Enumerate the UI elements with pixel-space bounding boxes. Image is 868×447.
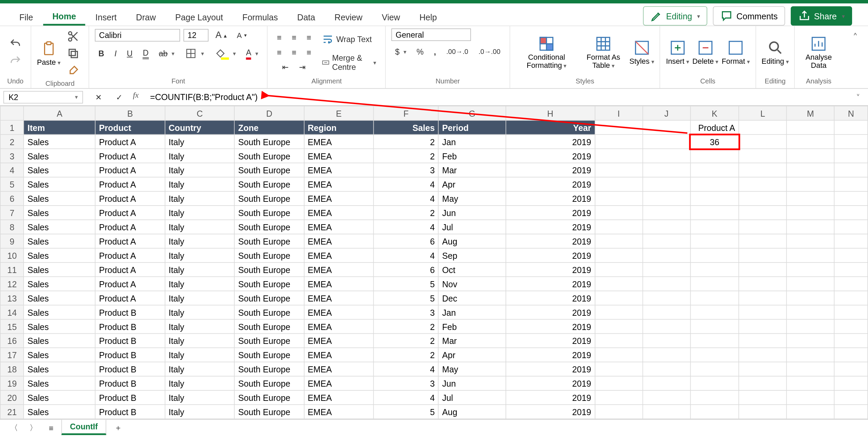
cell[interactable]: Sales [24,390,95,405]
cell[interactable]: South Europe [235,319,304,334]
cell[interactable]: EMEA [304,291,374,305]
cell[interactable]: Product B [95,390,165,405]
cell[interactable]: Oct [438,263,506,277]
row-header-11[interactable]: 11 [0,263,24,277]
cell[interactable] [834,206,868,220]
cell[interactable]: 2 [374,135,438,149]
merge-centre-button[interactable]: Merge & Centre [318,52,380,74]
menu-item-view[interactable]: View [373,8,409,25]
menu-item-page-layout[interactable]: Page Layout [166,8,232,25]
cell[interactable] [739,291,787,305]
cell[interactable] [643,277,690,291]
cell[interactable] [643,120,690,135]
cell[interactable] [690,333,739,348]
cell[interactable]: EMEA [304,149,374,163]
cell[interactable]: Jun [438,376,506,390]
name-box[interactable]: K2 ▾ [3,91,83,103]
bold-button[interactable]: B [95,47,107,60]
cell[interactable] [787,177,834,191]
cell[interactable]: Product A [95,191,165,206]
cell[interactable]: 2019 [506,248,595,263]
scroll-sheets-left-button[interactable]: 〈 [7,421,22,435]
cell[interactable]: 4 [374,177,438,191]
fx-icon[interactable]: fx [133,91,139,103]
cell[interactable]: Italy [165,319,234,334]
cell[interactable]: Sales [24,135,95,149]
cell[interactable] [739,263,787,277]
cell[interactable]: South Europe [235,376,304,390]
cell[interactable] [690,305,739,319]
cell[interactable]: Dec [438,291,506,305]
cell[interactable] [739,348,787,362]
cell[interactable] [787,277,834,291]
cell[interactable]: Nov [438,277,506,291]
row-header-12[interactable]: 12 [0,277,24,291]
cell[interactable] [834,248,868,263]
cell[interactable] [834,234,868,248]
cell[interactable] [595,390,643,405]
cell[interactable]: South Europe [235,277,304,291]
cell[interactable] [595,234,643,248]
col-header-C[interactable]: C [165,106,234,120]
cell[interactable]: May [438,191,506,206]
cell[interactable] [690,206,739,220]
cell[interactable] [787,333,834,348]
cell[interactable] [787,234,834,248]
cell[interactable] [643,263,690,277]
cell[interactable] [739,376,787,390]
cell[interactable] [595,163,643,177]
copy-button[interactable] [64,45,83,61]
cell[interactable]: Mar [438,163,506,177]
cell[interactable] [690,263,739,277]
cell[interactable]: Mar [438,333,506,348]
cell[interactable] [690,163,739,177]
cell[interactable]: Sales [24,291,95,305]
cell[interactable] [595,135,643,149]
cell[interactable]: 2019 [506,149,595,163]
cell[interactable]: 2019 [506,333,595,348]
cell[interactable] [595,291,643,305]
decrease-font-button[interactable]: A▾ [233,29,250,41]
cell[interactable] [834,120,868,135]
cell[interactable] [834,348,868,362]
comma-button[interactable]: , [430,45,439,58]
cell[interactable]: Italy [165,248,234,263]
cell[interactable]: 5 [374,277,438,291]
cell[interactable] [690,220,739,234]
cell[interactable] [834,319,868,334]
cell[interactable]: 2019 [506,305,595,319]
cell[interactable] [690,277,739,291]
expand-formula-bar-button[interactable]: ˅ [853,91,868,103]
cell[interactable]: Sales [24,206,95,220]
cell[interactable] [595,263,643,277]
format-painter-button[interactable] [64,62,83,78]
menu-item-insert[interactable]: Insert [86,8,125,25]
cell[interactable]: Product B [95,319,165,334]
sheet-tab-countif[interactable]: CountIf [61,420,106,435]
cell[interactable] [739,220,787,234]
cell[interactable] [739,191,787,206]
cell[interactable]: 2 [374,206,438,220]
cell[interactable]: Italy [165,177,234,191]
font-size-select[interactable] [184,29,209,42]
cell[interactable]: Product B [95,305,165,319]
cell[interactable] [834,376,868,390]
increase-indent-button[interactable]: ⇥ [296,61,309,73]
cell[interactable]: EMEA [304,277,374,291]
paste-button[interactable]: Paste [37,40,60,67]
cell[interactable] [595,348,643,362]
cell[interactable]: Sales [24,305,95,319]
cell[interactable]: 4 [374,191,438,206]
cell[interactable] [643,149,690,163]
collapse-ribbon-button[interactable]: ˄ [849,30,861,45]
cell[interactable] [739,405,787,419]
cell[interactable]: Product A [95,248,165,263]
font-name-select[interactable] [95,29,180,42]
menu-item-review[interactable]: Review [326,8,372,25]
row-header-7[interactable]: 7 [0,206,24,220]
cell[interactable] [595,206,643,220]
menu-item-file[interactable]: File [10,8,42,25]
font-color-button[interactable]: A [243,46,262,61]
cell[interactable]: 2019 [506,163,595,177]
col-header-I[interactable]: I [595,106,643,120]
